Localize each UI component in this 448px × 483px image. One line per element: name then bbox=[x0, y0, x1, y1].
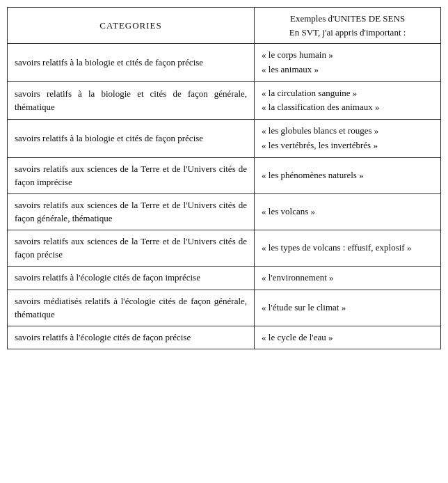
example-item: « l'étude sur le climat » bbox=[262, 302, 346, 312]
example-item: « les types de volcans : effusif, explos… bbox=[262, 242, 411, 253]
examples-cell: « l'environnement » bbox=[255, 266, 441, 290]
examples-cell: « l'étude sur le climat » bbox=[255, 290, 441, 326]
header-examples-line2: En SVT, j'ai appris d'important : bbox=[289, 27, 406, 38]
category-cell: savoirs relatifs aux sciences de la Terr… bbox=[8, 230, 255, 266]
example-item: « l'environnement » bbox=[262, 272, 333, 283]
example-item: « la classification des animaux » bbox=[262, 102, 379, 112]
header-categories: CATEGORIES bbox=[8, 8, 255, 44]
examples-cell: « la circulation sanguine »« la classifi… bbox=[255, 81, 441, 120]
example-item: « les phénomènes naturels » bbox=[262, 170, 364, 180]
table-row: savoirs médiatisés relatifs à l'écologie… bbox=[8, 290, 441, 326]
examples-cell: « les volcans » bbox=[255, 193, 441, 230]
category-cell: savoirs médiatisés relatifs à l'écologie… bbox=[8, 290, 255, 326]
example-item: « le cycle de l'eau » bbox=[262, 332, 333, 342]
header-examples: Exemples d'UNITES DE SENS En SVT, j'ai a… bbox=[255, 8, 441, 44]
examples-cell: « les types de volcans : effusif, explos… bbox=[255, 230, 441, 266]
category-cell: savoirs relatifs à la biologie et cités … bbox=[8, 120, 255, 158]
category-cell: savoirs relatifs aux sciences de la Terr… bbox=[8, 157, 255, 193]
table-row: savoirs relatifs aux sciences de la Terr… bbox=[8, 230, 441, 266]
example-item: « les volcans » bbox=[262, 206, 315, 216]
example-item: « les vertébrés, les invertébrés » bbox=[262, 140, 378, 150]
header-examples-line1: Exemples d'UNITES DE SENS bbox=[290, 13, 405, 24]
table-row: savoirs relatifs à l'écologie cités de f… bbox=[8, 266, 441, 290]
main-table: CATEGORIES Exemples d'UNITES DE SENS En … bbox=[7, 7, 441, 349]
table-row: savoirs relatifs à la biologie et cités … bbox=[8, 120, 441, 158]
category-cell: savoirs relatifs à la biologie et cités … bbox=[8, 44, 255, 82]
table-row: savoirs relatifs à la biologie et cités … bbox=[8, 81, 441, 120]
example-item: « la circulation sanguine » bbox=[262, 88, 357, 98]
examples-cell: « le corps humain »« les animaux » bbox=[255, 44, 441, 82]
example-item: « les animaux » bbox=[262, 64, 319, 74]
category-cell: savoirs relatifs à la biologie et cités … bbox=[8, 81, 255, 120]
examples-cell: « le cycle de l'eau » bbox=[255, 326, 441, 349]
example-item: « les globules blancs et rouges » bbox=[262, 125, 378, 136]
table-row: savoirs relatifs à l'écologie cités de f… bbox=[8, 326, 441, 349]
examples-cell: « les globules blancs et rouges »« les v… bbox=[255, 120, 441, 158]
table-row: savoirs relatifs aux sciences de la Terr… bbox=[8, 157, 441, 193]
category-cell: savoirs relatifs à l'écologie cités de f… bbox=[8, 326, 255, 349]
category-cell: savoirs relatifs aux sciences de la Terr… bbox=[8, 193, 255, 230]
examples-cell: « les phénomènes naturels » bbox=[255, 157, 441, 193]
category-cell: savoirs relatifs à l'écologie cités de f… bbox=[8, 266, 255, 290]
example-item: « le corps humain » bbox=[262, 49, 333, 60]
table-row: savoirs relatifs aux sciences de la Terr… bbox=[8, 193, 441, 230]
table-row: savoirs relatifs à la biologie et cités … bbox=[8, 44, 441, 82]
